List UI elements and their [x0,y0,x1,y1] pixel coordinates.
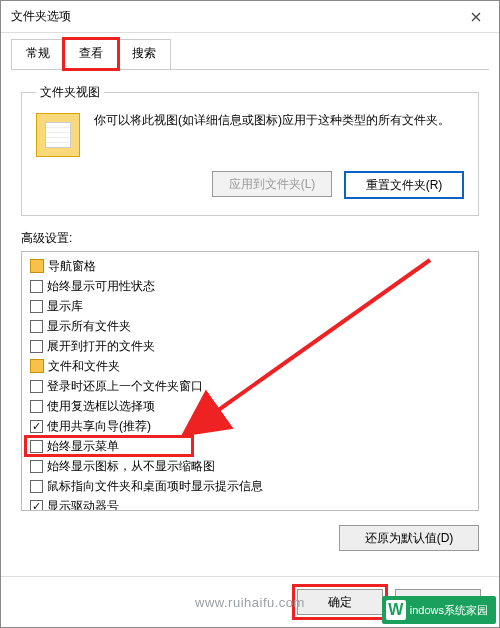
tab-search[interactable]: 搜索 [117,39,171,69]
nav-pane-label: 导航窗格 [48,256,96,276]
checkbox-label: 始终显示菜单 [47,436,119,456]
ok-button[interactable]: 确定 [297,589,383,615]
checkbox[interactable] [30,300,43,313]
titlebar: 文件夹选项 [1,1,499,33]
checkbox-label: 登录时还原上一个文件夹窗口 [47,376,203,396]
folder-views-icon [36,113,80,157]
nav-item[interactable]: 始终显示可用性状态 [30,276,474,296]
nav-item[interactable]: 展开到打开的文件夹 [30,336,474,356]
checkbox-label: 始终显示图标，从不显示缩略图 [47,456,215,476]
checkbox[interactable] [30,400,43,413]
close-icon [471,12,481,22]
nav-item[interactable]: 显示所有文件夹 [30,316,474,336]
advanced-settings-label: 高级设置: [21,230,479,247]
ff-item[interactable]: 始终显示图标，从不显示缩略图 [30,456,474,476]
checkbox-label: 鼠标指向文件夹和桌面项时显示提示信息 [47,476,263,496]
ff-item[interactable]: 登录时还原上一个文件夹窗口 [30,376,474,396]
tab-search-label: 搜索 [132,46,156,60]
checkbox[interactable] [30,280,43,293]
checkbox-label: 显示所有文件夹 [47,316,131,336]
tree-group-nav-pane: 导航窗格 [30,256,474,276]
tree-group-files-folders: 文件和文件夹 [30,356,474,376]
folder-views-desc: 你可以将此视图(如详细信息或图标)应用于这种类型的所有文件夹。 [94,111,464,157]
nav-pane-icon [30,259,44,273]
tab-view-label: 查看 [79,46,103,60]
checkbox-label: 显示驱动器号 [47,496,119,511]
checkbox-label: 显示库 [47,296,83,316]
checkbox-label: 使用共享向导(推荐) [47,416,151,436]
checkbox-label: 使用复选框以选择项 [47,396,155,416]
checkbox[interactable] [30,440,43,453]
nav-item[interactable]: 显示库 [30,296,474,316]
tabstrip: 常规 查看 搜索 [11,39,489,70]
checkbox[interactable] [30,380,43,393]
folder-views-group: 文件夹视图 你可以将此视图(如详细信息或图标)应用于这种类型的所有文件夹。 应用… [21,84,479,216]
brand-logo-text: indows系统家园 [410,604,488,616]
checkbox[interactable] [30,500,43,512]
brand-logo-w: W [386,600,406,620]
tab-general-label: 常规 [26,46,50,60]
brand-logo: W indows系统家园 [382,596,496,624]
apply-to-folders-button[interactable]: 应用到文件夹(L) [212,171,332,197]
ff-item[interactable]: 鼠标指向文件夹和桌面项时显示提示信息 [30,476,474,496]
close-button[interactable] [453,1,499,33]
checkbox-label: 展开到打开的文件夹 [47,336,155,356]
ff-item[interactable]: 始终显示菜单 [30,436,474,456]
ff-item[interactable]: 显示驱动器号 [30,496,474,511]
checkbox[interactable] [30,480,43,493]
folder-views-legend: 文件夹视图 [36,84,104,101]
window-title: 文件夹选项 [11,8,71,25]
files-folders-icon [30,359,44,373]
restore-defaults-button[interactable]: 还原为默认值(D) [339,525,479,551]
reset-folders-button[interactable]: 重置文件夹(R) [344,171,464,199]
advanced-settings-tree[interactable]: 导航窗格 始终显示可用性状态显示库显示所有文件夹展开到打开的文件夹 文件和文件夹… [21,251,479,511]
ff-item[interactable]: 使用复选框以选择项 [30,396,474,416]
ff-item[interactable]: 使用共享向导(推荐) [30,416,474,436]
files-folders-label: 文件和文件夹 [48,356,120,376]
checkbox[interactable] [30,460,43,473]
tab-view[interactable]: 查看 [64,39,118,69]
content-area: 文件夹视图 你可以将此视图(如详细信息或图标)应用于这种类型的所有文件夹。 应用… [1,70,499,576]
folder-options-window: 文件夹选项 常规 查看 搜索 文件夹视图 你可以将此视图(如详细信息或图标)应用… [0,0,500,628]
checkbox[interactable] [30,320,43,333]
tab-general[interactable]: 常规 [11,39,65,69]
checkbox[interactable] [30,340,43,353]
checkbox-label: 始终显示可用性状态 [47,276,155,296]
checkbox[interactable] [30,420,43,433]
